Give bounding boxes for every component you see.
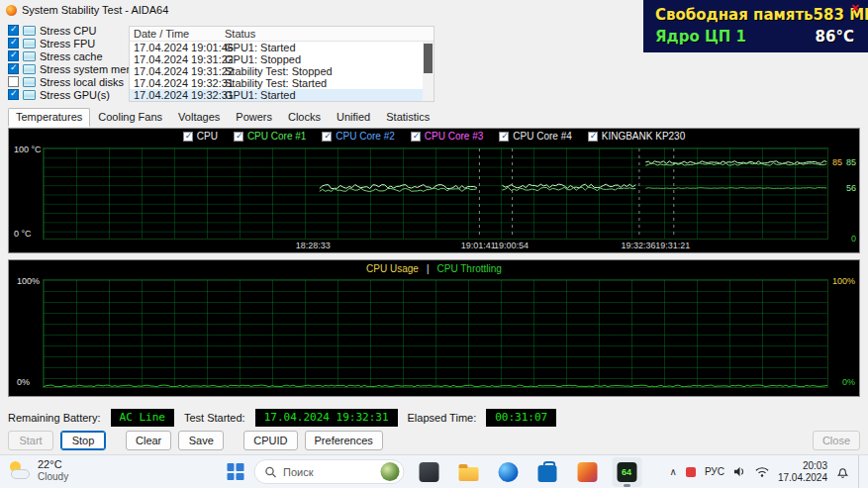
log-row[interactable]: 17.04.2024 19:31:22Stability Test: Stopp… <box>130 65 434 77</box>
legend-checkbox[interactable] <box>183 132 193 142</box>
tab-cooling-fans[interactable]: Cooling Fans <box>90 108 170 127</box>
tray-chevron-up-icon[interactable] <box>670 466 677 477</box>
x-axis-tick: 18:28:33 <box>296 241 331 250</box>
taskbar-app-photos[interactable] <box>572 457 602 487</box>
taskbar-app-aida64[interactable]: 64 <box>612 457 641 487</box>
file-explorer-icon <box>458 467 478 481</box>
checkbox[interactable] <box>8 76 19 87</box>
tab-voltages[interactable]: Voltages <box>170 108 228 127</box>
legend-label: CPU <box>197 131 218 142</box>
log-cell-time: 17.04.2024 19:31:22 <box>130 65 225 77</box>
checkbox[interactable] <box>8 50 19 61</box>
tab-clocks[interactable]: Clocks <box>280 108 329 127</box>
legend-item: CPU <box>183 131 218 142</box>
button-group: ClearSave <box>126 431 224 450</box>
log-row[interactable]: 17.04.2024 19:32:31GPU1: Started <box>130 89 434 101</box>
start-button[interactable]: Start <box>8 431 53 450</box>
notifications-bell-icon[interactable] <box>836 465 849 479</box>
stop-button[interactable]: Stop <box>60 431 106 450</box>
weather-desc: Cloudy <box>38 471 68 483</box>
cpu-icon <box>23 26 36 36</box>
clock-date: 17.04.2024 <box>778 472 827 484</box>
preferences-button[interactable]: Preferences <box>305 431 383 450</box>
osd-line-0: Свободная память583 МБ <box>655 4 854 26</box>
save-button[interactable]: Save <box>178 431 224 450</box>
weather-icon <box>8 460 32 482</box>
log-cell-status: GPU1: Started <box>225 42 296 53</box>
log-scrollbar-thumb[interactable] <box>424 44 433 73</box>
log-row[interactable]: 17.04.2024 19:31:22GPU1: Stopped <box>130 53 434 65</box>
legend-label: CPU Core #4 <box>513 131 571 142</box>
window-title: System Stability Test - AIDA64 <box>22 4 168 16</box>
taskbar-app-edge[interactable] <box>493 457 523 487</box>
tab-temperatures[interactable]: Temperatures <box>8 108 90 127</box>
checkbox[interactable] <box>8 25 19 36</box>
tray-clock[interactable]: 20:03 17.04.2024 <box>778 460 827 484</box>
chart-title-part: CPU Throttling <box>437 263 502 274</box>
test-started-value: 17.04.2024 19:32:31 <box>255 409 398 427</box>
checkbox[interactable] <box>8 38 19 49</box>
close-button[interactable]: Close <box>813 431 860 450</box>
x-axis-tick: 19:32:36 <box>621 241 655 250</box>
log-col-status: Status <box>225 27 255 41</box>
legend-checkbox[interactable] <box>499 132 509 142</box>
right-axis-value: 85 <box>846 157 856 167</box>
x-axis-tick: 19:00:54 <box>494 241 529 250</box>
volume-icon[interactable] <box>733 465 746 478</box>
legend-checkbox[interactable] <box>411 132 421 142</box>
temperature-plot <box>43 147 828 240</box>
checkbox[interactable] <box>8 89 19 100</box>
log-col-time: Date / Time <box>130 27 225 41</box>
y-axis-label: 100 °C <box>14 145 42 154</box>
button-row: StartStopClearSaveCPUIDPreferences <box>8 431 383 450</box>
clock-time: 20:03 <box>778 460 827 472</box>
taskbar-app-taskview[interactable] <box>414 457 443 487</box>
show-desktop-button[interactable] <box>858 455 862 488</box>
window-close-button[interactable]: ✕ <box>847 2 863 15</box>
taskbar: 22°C Cloudy Поиск 64 РУС <box>0 454 868 488</box>
tab-unified[interactable]: Unified <box>329 108 378 127</box>
checkbox[interactable] <box>8 63 19 74</box>
tab-statistics[interactable]: Statistics <box>378 108 437 127</box>
button-group: StartStop <box>8 431 106 450</box>
search-placeholder: Поиск <box>283 466 313 478</box>
store-icon <box>538 465 557 482</box>
osd-label: Свободная память <box>655 4 814 26</box>
weather-widget[interactable]: 22°C Cloudy <box>8 458 68 483</box>
log-scrollbar[interactable] <box>423 42 434 101</box>
log-row[interactable]: 17.04.2024 19:32:31Stability Test: Start… <box>130 77 434 89</box>
taskbar-app-store[interactable] <box>532 457 562 487</box>
stress-option-label: Stress local disks <box>40 76 124 88</box>
legend-checkbox[interactable] <box>234 132 243 142</box>
elapsed-label: Elapsed Time: <box>408 412 477 424</box>
log-row[interactable]: 17.04.2024 19:01:46GPU1: Started <box>130 42 434 53</box>
stress-option-label: Stress CPU <box>40 25 96 37</box>
event-log: Date / Time Status 17.04.2024 19:01:46GP… <box>129 26 434 102</box>
log-cell-time: 17.04.2024 19:32:31 <box>130 77 225 89</box>
tab-powers[interactable]: Powers <box>228 108 280 127</box>
memory-icon <box>23 64 36 74</box>
cpuid-button[interactable]: CPUID <box>243 431 297 450</box>
elapsed-value: 00:31:07 <box>486 409 556 427</box>
search-highlight-image[interactable] <box>380 462 399 481</box>
legend-checkbox[interactable] <box>322 132 332 142</box>
app-icon <box>6 5 17 16</box>
legend-item: CPU Core #4 <box>499 131 571 142</box>
running-app-indicator <box>624 484 630 487</box>
language-indicator[interactable]: РУС <box>705 466 724 477</box>
search-input[interactable]: Поиск <box>253 459 404 484</box>
start-button[interactable] <box>227 463 243 480</box>
y-axis-right-label: 100% <box>832 276 855 286</box>
legend-item: CPU Core #1 <box>234 131 306 142</box>
cache-icon <box>23 51 36 61</box>
right-axis-value: 85 <box>832 157 842 167</box>
task-view-icon <box>419 462 438 482</box>
osd-value: 86°C <box>816 26 854 48</box>
wifi-icon[interactable] <box>755 466 769 478</box>
legend-checkbox[interactable] <box>588 132 598 142</box>
stress-option-label: Stress GPU(s) <box>40 89 110 101</box>
tray-app-icon[interactable] <box>686 467 696 477</box>
temperature-chart-panel: CPUCPU Core #1CPU Core #2CPU Core #3CPU … <box>8 128 860 253</box>
taskbar-app-explorer[interactable] <box>453 457 483 487</box>
clear-button[interactable]: Clear <box>126 431 171 450</box>
